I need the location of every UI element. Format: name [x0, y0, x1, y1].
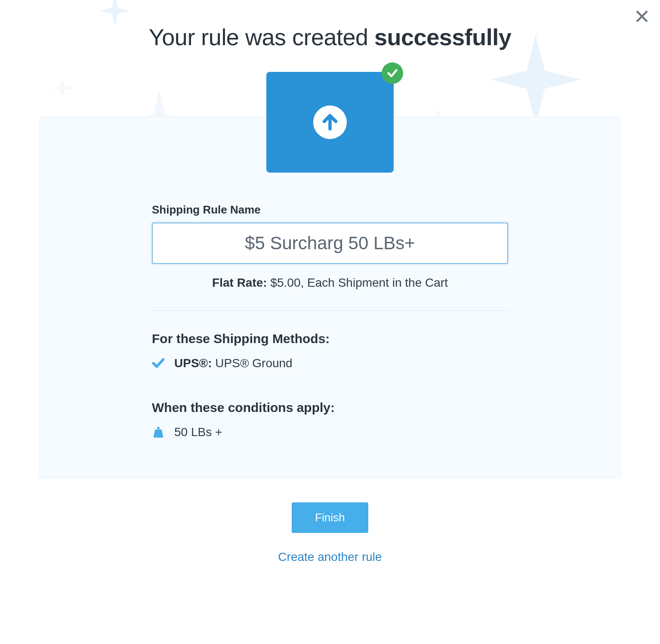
sparkle-icon — [52, 77, 73, 99]
rule-name-input[interactable] — [152, 223, 508, 264]
sparkle-icon — [100, 0, 130, 26]
finish-button[interactable]: Finish — [292, 502, 368, 533]
hero-card — [266, 72, 394, 173]
conditions-heading: When these conditions apply: — [152, 400, 508, 415]
sparkle-icon — [490, 34, 581, 125]
weight-icon — [152, 426, 165, 439]
condition-row: 50 LBs + — [152, 425, 508, 439]
rule-name-label: Shipping Rule Name — [152, 203, 508, 217]
rate-summary-label: Flat Rate: — [212, 276, 267, 289]
rate-summary-value: $5.00, Each Shipment in the Cart — [270, 276, 447, 289]
check-icon — [152, 357, 165, 370]
method-row: UPS®: UPS® Ground — [152, 356, 508, 370]
create-another-link[interactable]: Create another rule — [0, 550, 660, 564]
method-service: UPS® Ground — [215, 356, 292, 370]
methods-heading: For these Shipping Methods: — [152, 331, 508, 346]
check-icon — [386, 67, 398, 79]
divider — [152, 310, 508, 311]
close-button[interactable] — [632, 7, 651, 26]
title-prefix: Your rule was created — [149, 24, 374, 50]
method-carrier: UPS®: — [174, 356, 212, 370]
condition-text: 50 LBs + — [174, 425, 222, 439]
arrow-badge — [313, 105, 347, 139]
arrow-up-icon — [320, 112, 340, 132]
rate-summary: Flat Rate: $5.00, Each Shipment in the C… — [152, 276, 508, 290]
close-icon — [634, 9, 650, 24]
success-badge — [382, 62, 403, 84]
